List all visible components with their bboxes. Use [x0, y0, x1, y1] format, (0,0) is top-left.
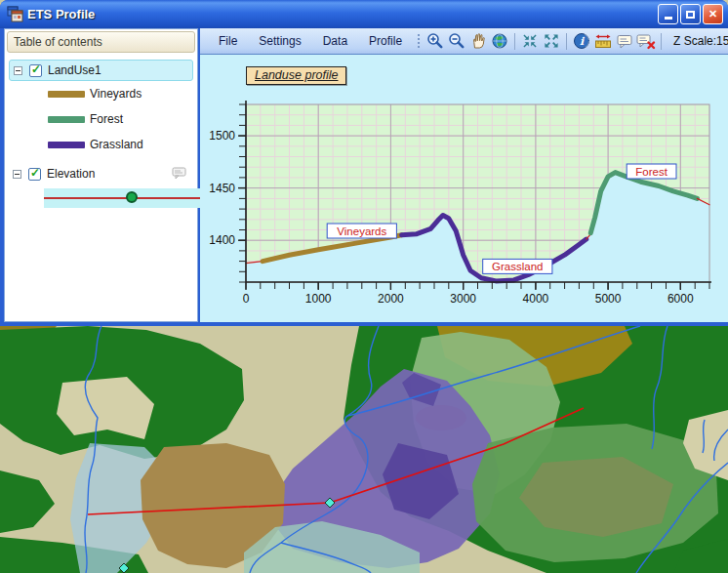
zoom-out-button[interactable]: [446, 31, 467, 51]
svg-text:1500: 1500: [209, 129, 235, 143]
globe-icon: [491, 32, 508, 50]
titlebar[interactable]: ETS Profile ✕: [0, 0, 728, 28]
layer-tree: ✓ LandUse1 Vineyards Forest Grassland: [5, 55, 197, 208]
svg-text:Vineyards: Vineyards: [337, 225, 386, 237]
window-content: Table of contents ✓ LandUse1 Vineyards: [4, 28, 724, 322]
svg-text:5000: 5000: [595, 292, 622, 306]
svg-text:0: 0: [243, 292, 250, 306]
pan-button[interactable]: [467, 31, 489, 51]
info-icon: i: [573, 32, 590, 50]
screen: ETS Profile ✕ Table of contents ✓ LandUs…: [0, 0, 728, 573]
zoom-in-icon: [426, 32, 444, 50]
checkmark-icon: ✓: [31, 62, 41, 76]
table-of-contents-panel: Table of contents ✓ LandUse1 Vineyards: [4, 28, 198, 322]
arrows-outward-icon: [543, 32, 560, 50]
zoom-to-extent-button[interactable]: [519, 31, 541, 51]
menu-data[interactable]: Data: [312, 30, 358, 52]
zoom-full-button[interactable]: [541, 31, 562, 51]
measure-button[interactable]: [592, 31, 614, 51]
collapse-icon[interactable]: [13, 170, 21, 179]
legend-label: Vineyards: [90, 87, 142, 101]
zoom-in-button[interactable]: [425, 31, 446, 51]
pan-hand-icon: [469, 32, 487, 50]
layer-label[interactable]: Elevation: [47, 167, 95, 181]
profile-chart[interactable]: 0100020003000400050006000140014501500Vin…: [200, 55, 723, 322]
app-window: ETS Profile ✕ Table of contents ✓ LandUs…: [0, 0, 728, 326]
svg-text:4000: 4000: [523, 292, 549, 306]
toc-header-label: Table of contents: [14, 35, 102, 49]
grassland-color-swatch: [48, 142, 85, 148]
legend-item-grassland: Grassland: [5, 132, 197, 157]
arrows-inward-icon: [521, 32, 539, 50]
menu-settings[interactable]: Settings: [248, 30, 311, 52]
layer-item-landuse1[interactable]: ✓ LandUse1: [9, 60, 193, 81]
layer-label[interactable]: LandUse1: [48, 63, 101, 77]
forest-color-swatch: [48, 116, 85, 123]
svg-text:1400: 1400: [209, 233, 235, 247]
z-scale-label: Z Scale:15.00: [673, 34, 728, 48]
menu-profile[interactable]: Profile: [358, 30, 413, 52]
close-icon: ✕: [708, 8, 717, 20]
toolbar-separator: [566, 33, 567, 50]
toolbar-separator: [661, 33, 662, 50]
minimize-button[interactable]: [658, 4, 678, 24]
layer-item-elevation[interactable]: ✓ Elevation: [9, 163, 193, 184]
zoom-out-icon: [448, 32, 465, 50]
elevation-slider-knob[interactable]: [126, 191, 138, 203]
remove-label-callout-icon: [636, 32, 656, 50]
toolbar-grip[interactable]: [417, 33, 421, 49]
callout-note-icon[interactable]: [172, 167, 187, 180]
label-callout-button[interactable]: [614, 31, 635, 51]
label-callout-icon: [616, 32, 633, 50]
landuse1-checkbox[interactable]: ✓: [29, 64, 42, 77]
svg-text:2000: 2000: [378, 292, 404, 306]
svg-text:Forest: Forest: [635, 166, 667, 178]
right-pane: File Settings Data Profile: [200, 28, 728, 322]
chart-title[interactable]: Landuse profile: [246, 66, 346, 85]
menu-file[interactable]: File: [208, 30, 248, 52]
maximize-button[interactable]: [680, 4, 701, 24]
checkmark-icon: ✓: [30, 166, 40, 180]
svg-text:Grassland: Grassland: [492, 261, 543, 272]
window-title: ETS Profile: [27, 7, 656, 21]
measure-ruler-icon: [594, 32, 612, 50]
svg-text:1000: 1000: [305, 292, 332, 306]
legend-label: Forest: [90, 112, 123, 126]
svg-text:3000: 3000: [450, 292, 476, 306]
menubar: File Settings Data Profile: [200, 28, 728, 55]
elevation-legend-slider[interactable]: [44, 188, 218, 208]
vineyards-color-swatch: [48, 91, 85, 98]
globe-button[interactable]: [489, 31, 510, 51]
remove-label-callout-button[interactable]: [635, 31, 657, 51]
legend-label: Grassland: [90, 138, 143, 151]
maximize-icon: [686, 11, 695, 19]
svg-text:1450: 1450: [209, 182, 235, 195]
toc-header: Table of contents: [7, 31, 195, 53]
collapse-icon[interactable]: [14, 66, 22, 75]
profile-chart-panel[interactable]: 0100020003000400050006000140014501500Vin…: [200, 55, 728, 322]
minimize-icon: [665, 17, 672, 20]
elevation-checkbox[interactable]: ✓: [28, 168, 41, 181]
close-button[interactable]: ✕: [703, 4, 723, 24]
map-view[interactable]: [0, 326, 728, 573]
legend-item-forest: Forest: [5, 106, 197, 132]
svg-text:6000: 6000: [667, 292, 694, 306]
app-icon: [7, 6, 23, 22]
toolbar-separator: [514, 33, 515, 50]
legend-item-vineyards: Vineyards: [5, 81, 197, 106]
info-button[interactable]: i: [571, 31, 592, 51]
